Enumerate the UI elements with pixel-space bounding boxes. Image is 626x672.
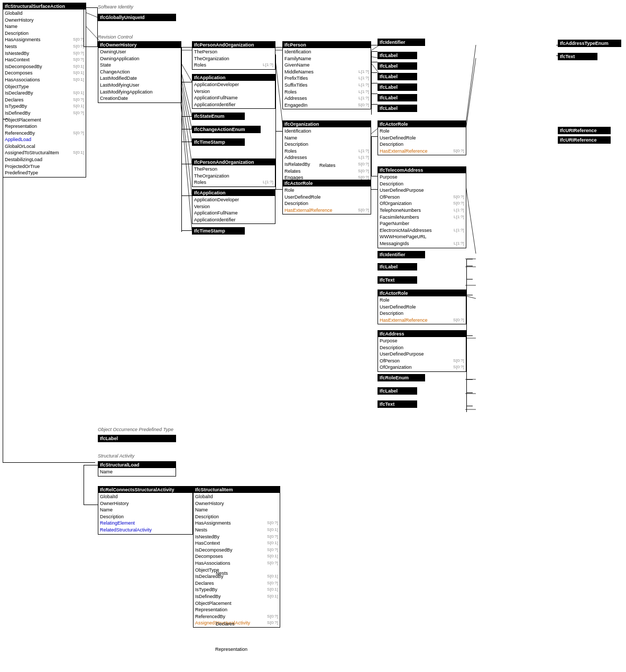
ifc-label-5-box: IfcLabel [378, 94, 417, 101]
ifc-application-1-header: IfcApplication [192, 74, 275, 81]
conn-actor1-id [371, 189, 378, 190]
ifc-application-2-box: IfcApplication ApplicationDeveloper Vers… [192, 189, 275, 224]
ifc-identifier-1-box: IfcIdentifier [378, 39, 425, 46]
ifc-uri-reference-1-header: IfcURIReference [558, 127, 610, 134]
ifc-structural-load-box: IfcStructuralLoad Name [98, 461, 176, 477]
ifc-text-header: IfcText [378, 277, 417, 283]
section-object-occurrence: Object Occurrence Predefined Type [98, 427, 173, 432]
conn-telecom-role [466, 379, 473, 380]
ifc-person-box: IfcPerson Identification FamilyName Give… [282, 41, 371, 109]
ifc-structural-item-box: IfcStructuralItem GlobalId OwnerHistory … [193, 486, 280, 628]
svg-line-23 [465, 296, 476, 298]
ifc-identifier-2-header: IfcIdentifier [378, 251, 425, 258]
conn-org-actor2 [371, 136, 378, 137]
ifc-label-3-box: IfcLabel [378, 73, 417, 80]
ifc-globally-unique-id-header: IfcGloballyUniqueId [98, 14, 176, 21]
conn-owner-pa2 [181, 164, 192, 164]
ifc-label-7-header: IfcLabel [378, 264, 417, 270]
conn-owner-pa1 [181, 47, 192, 48]
conn-org-vert2 [371, 136, 372, 176]
ifc-address-box: IfcAddress Purpose Description UserDefin… [378, 330, 466, 372]
conn-owner-vert [181, 47, 182, 232]
ifc-structural-surface-action-box: IfcStructuralSurfaceAction GlobalId Owne… [3, 3, 86, 178]
ifc-label-2-header: IfcLabel [378, 63, 417, 69]
conn-owner-ts2 [181, 230, 192, 231]
ifc-structural-item-header: IfcStructuralItem [194, 487, 280, 493]
ifc-application-2-header: IfcApplication [192, 190, 275, 196]
conn-right-text3 [556, 55, 558, 56]
conn-bottom-load [84, 465, 98, 465]
ifc-label-1-box: IfcLabel [378, 52, 417, 59]
ifc-actor-role-2-box: IfcActorRole Role UserDefinedRole Descri… [378, 120, 466, 155]
ifc-label-9-box: IfcLabel [98, 435, 176, 442]
ifc-label-5-header: IfcLabel [378, 95, 417, 101]
ifc-address-header: IfcAddress [378, 331, 466, 337]
ifc-text-2-header: IfcText [378, 401, 417, 407]
conn-pa1-person [275, 47, 282, 48]
declares-label-structural-item: Declares [216, 621, 235, 627]
ifc-person-and-org-1-header: IfcPersonAndOrganization [192, 42, 275, 48]
ifc-actor-role-3-box: IfcActorRole Role UserDefinedRole Descri… [378, 290, 466, 324]
conn-pa1-actor [275, 189, 282, 190]
conn-telecom-actor3 [466, 295, 473, 295]
connector-line-globallyuniqueid [84, 7, 98, 8]
conn-pa1-actorvvert [275, 54, 276, 189]
relates-label: Relates [319, 163, 336, 168]
ifc-person-header: IfcPerson [283, 42, 371, 48]
ifc-structural-load-header: IfcStructuralLoad [98, 462, 176, 468]
ifc-rel-connects-structural-activity-box: IfcRelConnectsStructuralActivity GlobalI… [98, 486, 193, 535]
conn-owner-app2 [181, 195, 192, 196]
conn-bottom-vert [84, 465, 84, 505]
ifc-identifier-1-header: IfcIdentifier [378, 39, 425, 45]
ifc-label-1-header: IfcLabel [378, 52, 417, 59]
svg-line-11 [275, 55, 283, 127]
ifc-uri-reference-2-header: IfcURIReference [558, 137, 610, 143]
ifc-address-type-enum-header: IfcAddressTypeEnum [558, 40, 621, 46]
conn-person-id [371, 45, 378, 45]
ifc-role-enum-header: IfcRoleEnum [378, 375, 425, 381]
ifc-text-3-box: IfcText [558, 53, 597, 60]
conn-right-enum [556, 45, 558, 45]
ifc-time-stamp-2-box: IfcTimeStamp [192, 227, 245, 235]
conn-telecom-text [466, 279, 473, 279]
ifc-time-stamp-2-header: IfcTimeStamp [192, 228, 244, 234]
ifc-label-8-header: IfcLabel [378, 388, 417, 394]
connector-bracket-1 [84, 7, 98, 47]
ifc-globally-unique-id-box: IfcGloballyUniqueId [98, 14, 176, 21]
ifc-role-enum-box: IfcRoleEnum [378, 374, 425, 381]
connector-vertical-1 [84, 7, 84, 47]
ifc-label-6-box: IfcLabel [378, 105, 417, 112]
ifc-telecom-address-box: IfcTelecomAddress Purpose Description Us… [378, 166, 466, 248]
ifc-label-3-header: IfcLabel [378, 73, 417, 80]
conn-org-telecom [371, 176, 378, 176]
ifc-label-9-header: IfcLabel [98, 435, 176, 442]
section-revision-control: Revision Control [98, 34, 133, 40]
conn-owner-ts1 [181, 142, 192, 142]
ifc-time-stamp-1-box: IfcTimeStamp [192, 138, 245, 146]
conn-owner-change [181, 129, 192, 129]
ifc-rel-connects-structural-activity-header: IfcRelConnectsStructuralActivity [98, 487, 192, 493]
conn-telecom-label7 [466, 266, 473, 266]
ifc-application-1-box: IfcApplication ApplicationDeveloper Vers… [192, 74, 275, 109]
conn-owner-state [181, 116, 192, 117]
conn-owner-app1 [181, 82, 192, 82]
ifc-time-stamp-1-header: IfcTimeStamp [192, 139, 244, 145]
ifc-person-and-org-1-box: IfcPersonAndOrganization ThePerson TheOr… [192, 41, 275, 70]
ifc-address-type-enum-box: IfcAddressTypeEnum [558, 40, 621, 47]
ifc-label-6-header: IfcLabel [378, 105, 417, 111]
ifc-label-8-box: IfcLabel [378, 387, 417, 395]
ifc-identifier-2-box: IfcIdentifier [378, 251, 425, 258]
ifc-owner-history-box: IfcOwnerHistory OwningUser OwningApplica… [98, 41, 181, 103]
conn-person-label6 [371, 104, 378, 105]
conn-pa1-org [275, 131, 282, 132]
ifc-actor-role-3-header: IfcActorRole [378, 290, 466, 296]
ifc-label-2-box: IfcLabel [378, 62, 417, 70]
conn-telecom-text2 [466, 406, 473, 406]
ifc-telecom-address-header: IfcTelecomAddress [378, 167, 466, 173]
conn-person-label2 [371, 62, 378, 62]
section-structural-activity: Structural Activity [98, 453, 134, 459]
svg-line-17 [465, 45, 476, 128]
ifc-owner-history-header: IfcOwnerHistory [98, 42, 181, 48]
ifc-actor-role-1-box: IfcActorRole Role UserDefinedRole Descri… [282, 180, 371, 214]
svg-line-19 [465, 182, 476, 254]
